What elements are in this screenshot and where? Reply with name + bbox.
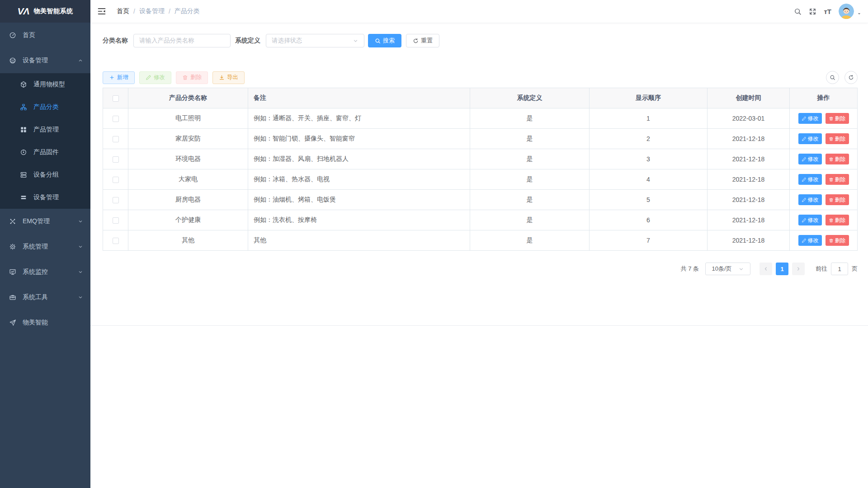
row-delete-button[interactable]: 删除 xyxy=(826,215,849,225)
cell-actions: 修改删除 xyxy=(790,210,858,230)
toggle-search-button[interactable] xyxy=(826,71,839,84)
page-unit-label: 页 xyxy=(852,265,858,273)
breadcrumb-separator: / xyxy=(169,8,170,15)
refresh-table-button[interactable] xyxy=(844,71,858,84)
search-button[interactable]: 搜索 xyxy=(368,34,401,47)
chevron-up-icon xyxy=(78,58,83,63)
sidebar-item-home[interactable]: 首页 xyxy=(0,23,90,48)
next-page-button[interactable] xyxy=(792,263,805,275)
row-checkbox[interactable] xyxy=(113,238,119,244)
table-header-row: 产品分类名称 备注 系统定义 显示顺序 创建时间 操作 xyxy=(103,88,858,108)
fullscreen-icon[interactable] xyxy=(809,8,816,15)
row-edit-button[interactable]: 修改 xyxy=(798,133,822,144)
row-delete-button[interactable]: 删除 xyxy=(826,154,849,164)
cell-select xyxy=(103,129,128,149)
sidebar-item-wumei-smart[interactable]: 物美智能 xyxy=(0,310,90,335)
sidebar-item-device-group[interactable]: 设备分组 xyxy=(0,164,90,186)
row-edit-label: 修改 xyxy=(808,237,819,244)
sidebar-item-system-tools[interactable]: 系统工具 xyxy=(0,285,90,310)
font-size-icon[interactable]: тT xyxy=(824,8,831,15)
sidebar-item-device-management[interactable]: 设备管理 xyxy=(0,48,90,73)
sidebar-item-device-list[interactable]: 设备管理 xyxy=(0,186,90,209)
search-icon[interactable] xyxy=(794,8,802,15)
row-edit-button[interactable]: 修改 xyxy=(798,174,822,185)
sidebar-item-emq-management[interactable]: EMQ管理 xyxy=(0,209,90,234)
cell-actions: 修改删除 xyxy=(790,230,858,251)
avatar xyxy=(839,4,854,19)
sidebar-item-label: EMQ管理 xyxy=(23,217,50,225)
cell-created-time: 2021-12-18 xyxy=(708,190,790,210)
add-button[interactable]: 新增 xyxy=(103,71,135,84)
cell-category-name: 个护健康 xyxy=(128,210,248,230)
row-checkbox[interactable] xyxy=(113,197,119,203)
sidebar-item-label: 物美智能 xyxy=(23,319,48,327)
row-edit-button[interactable]: 修改 xyxy=(798,235,822,246)
device-group-icon xyxy=(20,171,27,178)
prev-page-button[interactable] xyxy=(760,263,772,275)
table-row: 大家电例如：冰箱、热水器、电视是42021-12-18修改删除 xyxy=(103,169,858,190)
row-edit-button[interactable]: 修改 xyxy=(798,194,822,205)
cell-select xyxy=(103,108,128,129)
system-defined-select[interactable]: 请选择状态 xyxy=(266,34,364,47)
chevron-down-icon xyxy=(78,219,83,224)
row-delete-button[interactable]: 删除 xyxy=(826,194,849,205)
table-row: 厨房电器例如：油烟机、烤箱、电饭煲是52021-12-18修改删除 xyxy=(103,190,858,210)
dashboard-icon xyxy=(9,32,16,39)
breadcrumb-separator: / xyxy=(133,8,135,15)
delete-button[interactable]: 删除 xyxy=(176,71,208,84)
row-delete-button[interactable]: 删除 xyxy=(826,174,849,185)
refresh-icon xyxy=(413,38,419,44)
sidebar-item-system-management[interactable]: 系统管理 xyxy=(0,234,90,259)
cell-display-order: 5 xyxy=(590,190,708,210)
sidebar-item-product-firmware[interactable]: 产品固件 xyxy=(0,141,90,164)
sidebar-item-label: 首页 xyxy=(23,31,35,39)
cell-system-defined: 是 xyxy=(470,190,590,210)
edit-button-label: 修改 xyxy=(154,74,165,81)
app-logo[interactable]: VΛ 物美智能系统 xyxy=(0,0,90,23)
cell-system-defined: 是 xyxy=(470,210,590,230)
goto-page-input[interactable]: 1 xyxy=(831,263,848,275)
reset-button[interactable]: 重置 xyxy=(406,34,439,47)
cell-created-time: 2021-12-18 xyxy=(708,210,790,230)
select-all-checkbox[interactable] xyxy=(113,95,119,102)
gear-icon xyxy=(9,243,16,250)
trash-icon xyxy=(829,136,834,141)
page-number-1[interactable]: 1 xyxy=(776,263,788,275)
cell-select xyxy=(103,169,128,190)
category-name-input[interactable]: 请输入产品分类名称 xyxy=(133,34,231,47)
chevron-left-icon xyxy=(763,266,769,272)
sidebar-fold-icon[interactable] xyxy=(90,0,113,23)
cell-created-time: 2022-03-01 xyxy=(708,108,790,129)
row-delete-label: 删除 xyxy=(835,135,846,143)
row-delete-label: 删除 xyxy=(835,237,846,244)
row-edit-button[interactable]: 修改 xyxy=(798,113,822,124)
pencil-icon xyxy=(802,197,807,202)
sidebar-item-system-monitor[interactable]: 系统监控 xyxy=(0,259,90,285)
row-delete-button[interactable]: 删除 xyxy=(826,235,849,246)
cell-display-order: 1 xyxy=(590,108,708,129)
row-checkbox[interactable] xyxy=(113,136,119,142)
page-size-select[interactable]: 10条/页 xyxy=(705,263,750,275)
row-checkbox[interactable] xyxy=(113,116,119,122)
breadcrumb-home[interactable]: 首页 xyxy=(117,7,129,15)
row-delete-button[interactable]: 删除 xyxy=(826,113,849,124)
pencil-icon xyxy=(802,136,807,141)
pencil-icon xyxy=(802,116,807,121)
edit-button[interactable]: 修改 xyxy=(139,71,171,84)
cell-actions: 修改删除 xyxy=(790,108,858,129)
row-edit-button[interactable]: 修改 xyxy=(798,215,822,225)
row-checkbox[interactable] xyxy=(113,177,119,183)
sidebar-item-product-management[interactable]: 产品管理 xyxy=(0,118,90,141)
user-menu[interactable] xyxy=(839,4,862,19)
pencil-icon xyxy=(802,157,807,162)
search-icon xyxy=(830,75,835,80)
row-edit-button[interactable]: 修改 xyxy=(798,154,822,164)
row-checkbox[interactable] xyxy=(113,156,119,163)
plus-icon xyxy=(109,75,115,80)
sidebar-item-thing-model[interactable]: 通用物模型 xyxy=(0,73,90,96)
row-delete-button[interactable]: 删除 xyxy=(826,133,849,144)
row-checkbox[interactable] xyxy=(113,217,119,224)
system-defined-label: 系统定义 xyxy=(235,37,260,45)
export-button[interactable]: 导出 xyxy=(212,71,245,84)
sidebar-item-product-category[interactable]: 产品分类 xyxy=(0,96,90,118)
